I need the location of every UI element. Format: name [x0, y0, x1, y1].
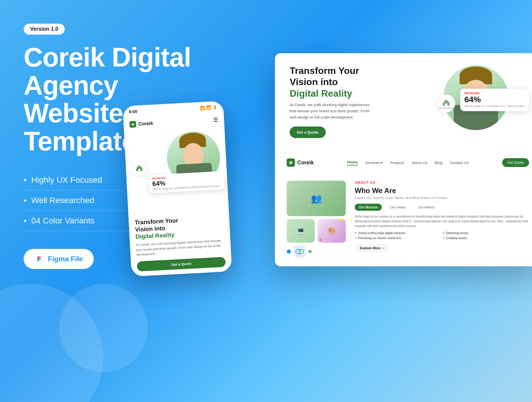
svg-point-1 — [299, 249, 304, 254]
desktop-hero-description: At Coreik, we craft stunning digital exp… — [290, 102, 372, 120]
explore-more-button[interactable]: Explore More › — [355, 244, 389, 252]
phone-mockup: 8:00 📶 📶 🔋 ⊞ Coreik ☰ INCREA — [123, 101, 232, 276]
about-subtitle: Explore Our Journey, Core Values, and Wh… — [355, 196, 529, 200]
desktop-hero-image-area: Industrial Growth INCREASE 64% sale by u… — [443, 65, 526, 130]
phone-content: Transform Your Vision into Digital Reali… — [128, 209, 232, 276]
deco-rings — [294, 246, 306, 257]
desktop-stat-text: sale by using our consultation & m... th… — [464, 104, 525, 108]
desktop-house-icon — [442, 98, 451, 107]
about-images-column: 👥 💻 🎨 — [287, 181, 346, 257]
nav-link-home[interactable]: Home — [347, 160, 358, 166]
desktop-nav-links: Home Services ▾ Projects About Us Blog C… — [347, 160, 469, 166]
about-tab-vision[interactable]: Our Vision — [386, 204, 410, 211]
about-description: At the heart of our mission is a commitm… — [355, 214, 529, 228]
about-image-3: 🎨 — [318, 219, 346, 243]
desktop-hero-title: Transform Your Vision into Digital Reali… — [290, 65, 432, 99]
nav-link-projects[interactable]: Projects — [390, 161, 404, 165]
figma-button-label: Figma File — [48, 255, 83, 263]
about-tabs: Our Mission Our Vision Our History — [355, 204, 529, 211]
nav-link-about[interactable]: About Us — [411, 161, 427, 165]
hamburger-icon[interactable]: ☰ — [213, 116, 218, 123]
team-icon: 👥 — [311, 193, 322, 204]
desktop-hero-cta-button[interactable]: Get a Quote — [290, 127, 326, 138]
phone-hero-description: At Coreik, we craft stunning digital exp… — [136, 238, 225, 257]
laptop-icon: 💻 — [297, 227, 305, 235]
nav-link-contact[interactable]: Contact Us — [450, 161, 469, 165]
desktop-mockup: Transform Your Vision into Digital Reali… — [275, 53, 532, 266]
about-content-column: ABOUT US Who We Are Explore Our Journey,… — [355, 181, 529, 257]
about-title: Who We Are — [355, 187, 529, 195]
about-deco-row — [287, 246, 346, 257]
desktop-nav: ⊞ Coreik Home Services ▾ Projects About … — [275, 154, 532, 172]
desktop-logo-text: Coreik — [297, 160, 314, 166]
phone-stat-badge: INCREASE 64% sale by using our consultat… — [148, 171, 225, 193]
nav-link-services[interactable]: Services ▾ — [365, 161, 383, 165]
desktop-hero-section: Transform Your Vision into Digital Reali… — [275, 53, 532, 154]
about-tab-mission[interactable]: Our Mission — [355, 204, 382, 211]
version-badge: Version 1.0 — [24, 24, 65, 35]
about-tab-history[interactable]: Our History — [414, 204, 439, 211]
bullet-3: Prioritizing our clients' needs first. — [355, 236, 441, 240]
phone-time: 8:00 — [129, 109, 137, 114]
desktop-stat-badge: INCREASE 64% sale by using our consultat… — [460, 89, 529, 111]
desktop-logo: ⊞ Coreik — [287, 158, 314, 167]
desktop-hero-content: Transform Your Vision into Digital Reali… — [290, 65, 432, 138]
bullet-4: Creating results... — [443, 236, 529, 240]
desktop-stat-increase: INCREASE — [464, 92, 525, 95]
chevron-down-icon: ▾ — [381, 161, 383, 165]
house-icon — [135, 164, 143, 172]
deco-dot-blue — [287, 249, 291, 254]
desktop-house-badge: Industrial Growth — [437, 95, 455, 112]
nav-link-blog[interactable]: Blog — [435, 161, 442, 165]
dot-yellow — [339, 219, 343, 221]
desktop-nav-cta-button[interactable]: Get Quote — [502, 158, 529, 167]
phone-logo: ⊞ Coreik — [129, 120, 153, 128]
bullet-1: Driving cutting-edge digital solutions. — [355, 231, 441, 235]
about-bullets: Driving cutting-edge digital solutions. … — [355, 231, 529, 240]
desktop-about-section: 👥 💻 🎨 — [275, 172, 532, 266]
decorative-circle-2 — [59, 284, 148, 372]
about-us-label: ABOUT US — [355, 181, 529, 185]
phone-hero: INCREASE 64% sale by using our consultat… — [124, 127, 229, 214]
arrow-right-icon: › — [382, 246, 384, 250]
about-image-1: 👥 — [287, 181, 346, 216]
phone-logo-icon: ⊞ — [129, 121, 136, 128]
phone-house-badge — [132, 160, 147, 176]
design-icon: 🎨 — [328, 227, 336, 235]
phone-hero-title: Transform Your Vision into Digital Reali… — [134, 214, 224, 240]
desktop-house-label: Industrial Growth — [439, 107, 454, 109]
desktop-logo-icon: ⊞ — [287, 158, 295, 167]
rings-icon — [295, 247, 304, 256]
deco-dot-green — [309, 250, 312, 253]
about-image-2: 💻 — [287, 219, 315, 243]
figma-icon — [34, 254, 44, 264]
phone-status-icons: 📶 📶 🔋 — [200, 105, 218, 111]
about-images-row: 💻 🎨 — [287, 219, 346, 243]
bullet-2: Delivering excep... — [443, 231, 529, 235]
desktop-stat-percent: 64% — [464, 95, 525, 104]
phone-cta-button[interactable]: Get a Quote — [137, 257, 226, 271]
dot-red — [319, 239, 322, 241]
team-image-placeholder: 👥 — [287, 181, 346, 216]
figma-file-button[interactable]: Figma File — [24, 249, 94, 269]
